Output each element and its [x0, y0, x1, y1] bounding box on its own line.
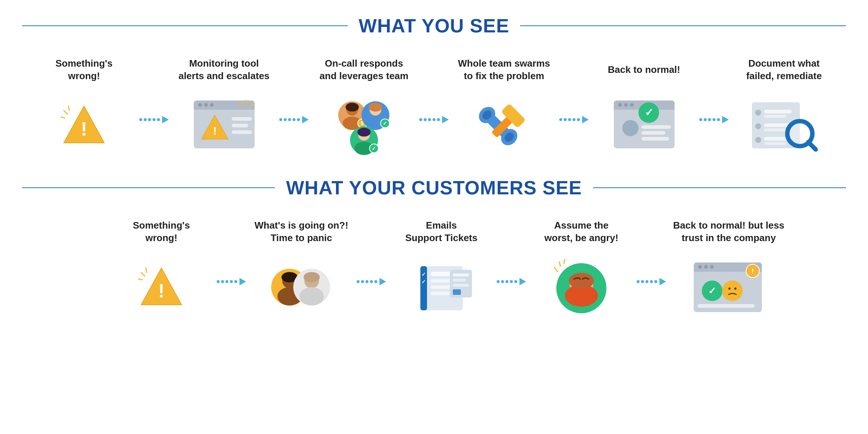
- section2-header: WHAT YOUR CUSTOMERS SEE: [22, 177, 846, 199]
- arrow-c2: [357, 248, 386, 285]
- svg-point-63: [755, 137, 761, 143]
- svg-point-28: [369, 103, 382, 112]
- svg-line-4: [69, 106, 69, 110]
- flow-icon-angry: [548, 258, 615, 317]
- svg-rect-7: [194, 107, 255, 110]
- flow-label-angry: Assume theworst, be angry!: [545, 217, 619, 247]
- svg-line-100: [559, 262, 560, 266]
- arrow3: [419, 87, 449, 123]
- flow-icon-document: [751, 96, 817, 155]
- section-what-you-see: WHAT YOU SEE Something'swrong! !: [22, 15, 846, 155]
- flow-item-monitor: Monitoring toolalerts and escalates !: [165, 55, 283, 155]
- arrow5: [699, 87, 729, 123]
- svg-point-57: [755, 110, 761, 116]
- svg-text:!: !: [752, 268, 754, 275]
- arrow2: [279, 87, 309, 123]
- svg-rect-13: [232, 117, 252, 121]
- svg-point-113: [728, 287, 731, 290]
- svg-point-34: [357, 128, 371, 137]
- svg-text:!: !: [213, 125, 217, 137]
- svg-point-22: [346, 103, 359, 112]
- flow-item-normal1: Back to normal! ✓: [585, 55, 703, 155]
- flow-icon-oncall: $ ✓: [331, 96, 397, 155]
- svg-text:✓: ✓: [421, 279, 426, 285]
- svg-rect-93: [453, 284, 469, 287]
- svg-point-107: [710, 265, 714, 269]
- svg-line-72: [139, 279, 142, 280]
- flow-item-angry: Assume theworst, be angry!: [522, 217, 640, 317]
- page-wrapper: WHAT YOU SEE Something'swrong! !: [0, 0, 868, 353]
- svg-text:✓: ✓: [372, 145, 376, 151]
- svg-rect-85: [431, 279, 453, 283]
- flow-label-wrong2: Something'swrong!: [133, 217, 190, 247]
- arrow1: [139, 87, 169, 123]
- svg-line-17: [246, 100, 246, 104]
- svg-text:✓: ✓: [383, 120, 387, 126]
- flow-label-swarms: Whole team swarmsto fix the problem: [458, 55, 550, 85]
- svg-point-60: [755, 123, 761, 129]
- flow-icon-normal1: ✓: [611, 96, 677, 155]
- flow-item-panic: What's is going on?!Time to panic: [242, 217, 360, 317]
- flow-label-emails: EmailsSupport Tickets: [405, 217, 477, 247]
- svg-rect-15: [232, 130, 252, 134]
- svg-point-114: [734, 287, 736, 290]
- section2-line-right: [593, 187, 846, 188]
- section1-line-right: [520, 25, 846, 26]
- flow-item-wrong2: Something'swrong! !: [102, 217, 220, 317]
- svg-point-112: [722, 280, 743, 301]
- svg-rect-55: [641, 137, 669, 141]
- svg-text:!: !: [158, 280, 164, 301]
- svg-text:✓: ✓: [421, 271, 426, 277]
- svg-text:!: !: [81, 118, 87, 140]
- flow-label-normal2: Back to normal! but lesstrust in the com…: [673, 217, 784, 247]
- svg-point-106: [704, 265, 708, 269]
- arrow4: [559, 87, 589, 123]
- svg-point-8: [198, 103, 202, 107]
- section1-header: WHAT YOU SEE: [22, 15, 846, 37]
- svg-line-73: [146, 268, 147, 272]
- svg-point-47: [618, 103, 622, 107]
- svg-rect-54: [641, 131, 665, 135]
- flow-item-oncall: On-call respondsand leverages team $: [305, 55, 423, 155]
- svg-point-9: [204, 103, 208, 107]
- flow-label-normal1: Back to normal!: [608, 55, 680, 85]
- flow-item-document: Document whatfailed, remediate: [725, 55, 843, 155]
- section2-line-left: [22, 187, 275, 188]
- svg-text:✓: ✓: [644, 107, 653, 118]
- section1-line-left: [22, 25, 348, 26]
- section1-title: WHAT YOU SEE: [359, 15, 510, 37]
- svg-rect-58: [764, 110, 792, 113]
- flow-label-document: Document whatfailed, remediate: [746, 55, 822, 85]
- svg-rect-62: [764, 128, 786, 131]
- svg-rect-87: [431, 292, 451, 295]
- flow-icon-wrong2: !: [128, 258, 195, 317]
- flow-icon-normal2: ! ✓: [696, 258, 762, 317]
- svg-point-105: [698, 265, 702, 269]
- flow-label-monitor: Monitoring toolalerts and escalates: [178, 55, 269, 85]
- flow-icon-panic: [268, 258, 335, 317]
- svg-point-48: [624, 103, 628, 107]
- arrow-c1: [217, 248, 246, 285]
- svg-line-68: [808, 142, 816, 149]
- flow-label-panic: What's is going on?!Time to panic: [255, 217, 349, 247]
- svg-point-50: [622, 120, 638, 136]
- svg-point-49: [630, 103, 634, 107]
- flow-icon-swarms: [471, 96, 537, 155]
- flow-icon-wrong1: !: [51, 96, 117, 155]
- flow-item-wrong1: Something'swrong! !: [25, 55, 143, 155]
- svg-text:✓: ✓: [708, 285, 716, 296]
- section1-flow: Something'swrong! !: [22, 55, 846, 155]
- flow-label-oncall: On-call respondsand leverages team: [319, 55, 408, 85]
- svg-point-80: [300, 287, 324, 306]
- section2-flow: Something'swrong! !: [22, 217, 846, 317]
- svg-line-2: [64, 110, 67, 114]
- flow-item-normal2: Back to normal! but lesstrust in the com…: [662, 217, 795, 317]
- svg-rect-14: [232, 124, 248, 127]
- flow-item-swarms: Whole team swarmsto fix the problem: [445, 55, 563, 155]
- svg-rect-65: [764, 142, 786, 145]
- svg-rect-59: [764, 115, 786, 118]
- flow-icon-monitor: !: [191, 96, 257, 155]
- svg-rect-91: [453, 274, 469, 276]
- svg-point-81: [304, 272, 320, 282]
- flow-icon-emails: ✓ ✓: [408, 258, 475, 317]
